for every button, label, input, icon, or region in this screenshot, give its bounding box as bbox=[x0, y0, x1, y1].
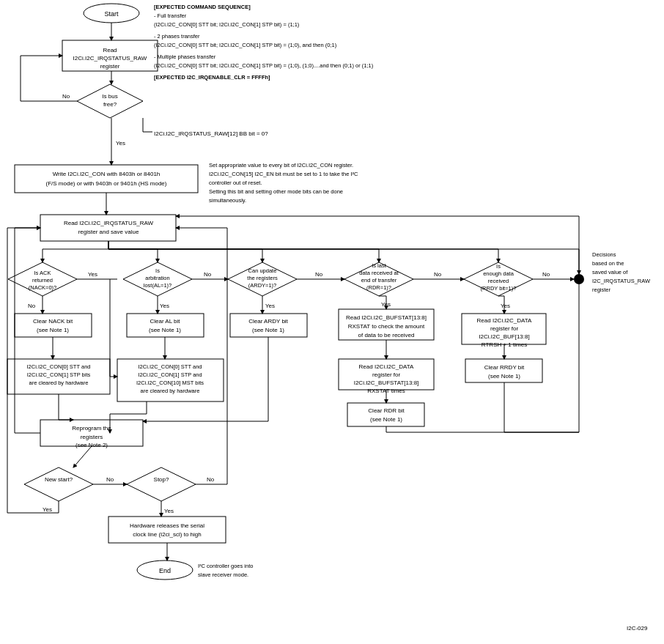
svg-text:Clear NACK bit: Clear NACK bit bbox=[33, 318, 73, 325]
svg-rect-38 bbox=[15, 314, 92, 337]
svg-text:Clear RRDY bit: Clear RRDY bit bbox=[484, 364, 525, 371]
svg-text:I2C-029: I2C-029 bbox=[627, 625, 648, 632]
svg-text:I2Ci.I2C_IRQSTATUS_RAW[12] BB : I2Ci.I2C_IRQSTATUS_RAW[12] BB bit = 0? bbox=[154, 130, 268, 137]
svg-text:(see Note 1): (see Note 1) bbox=[252, 327, 284, 333]
svg-text:Stop?: Stop? bbox=[154, 476, 169, 483]
svg-text:I2Ci.I2C_CON[0] STT and: I2Ci.I2C_CON[0] STT and bbox=[139, 363, 202, 370]
svg-text:register for: register for bbox=[490, 325, 519, 332]
svg-text:clock line (I2ci_scl) to high: clock line (I2ci_scl) to high bbox=[133, 531, 201, 538]
svg-text:Can update: Can update bbox=[248, 267, 277, 274]
svg-text:Reprogram the: Reprogram the bbox=[72, 425, 111, 432]
svg-text:RXSTAT to check the amount: RXSTAT to check the amount bbox=[348, 323, 425, 330]
svg-text:(ARDY=1)?: (ARDY=1)? bbox=[248, 282, 277, 289]
svg-text:arbitration: arbitration bbox=[145, 275, 169, 281]
svg-text:enough data: enough data bbox=[483, 270, 514, 277]
svg-text:I2Ci.I2C_BUFSTAT[13:8]: I2Ci.I2C_BUFSTAT[13:8] bbox=[354, 380, 419, 386]
svg-text:Decisions: Decisions bbox=[592, 251, 616, 258]
svg-text:(see Note 1): (see Note 1) bbox=[149, 327, 181, 333]
svg-text:[EXPECTED COMMAND SEQUENCE]: [EXPECTED COMMAND SEQUENCE] bbox=[154, 4, 251, 10]
svg-text:(I2Ci.I2C_CON[0] STT bit; I2Ci: (I2Ci.I2C_CON[0] STT bit; I2Ci.I2C_CON[1… bbox=[154, 62, 374, 69]
svg-text:Read I2Ci.I2C_DATA: Read I2Ci.I2C_DATA bbox=[359, 363, 415, 370]
svg-text:Read I2Ci.I2C_IRQSTATUS_RAW: Read I2Ci.I2C_IRQSTATUS_RAW bbox=[64, 220, 154, 226]
svg-text:Is ACK: Is ACK bbox=[34, 270, 51, 276]
svg-text:New start?: New start? bbox=[45, 476, 73, 483]
svg-text:Yes: Yes bbox=[43, 506, 52, 513]
svg-text:register: register bbox=[592, 286, 611, 293]
svg-text:Clear ARDY bit: Clear ARDY bit bbox=[248, 318, 288, 325]
svg-line-159 bbox=[73, 446, 92, 467]
svg-text:No: No bbox=[207, 476, 215, 483]
svg-text:Start: Start bbox=[104, 10, 119, 18]
svg-text:Hardware releases the serial: Hardware releases the serial bbox=[130, 522, 204, 529]
svg-text:(I2Ci.I2C_CON[0] STT bit; I2Ci: (I2Ci.I2C_CON[0] STT bit; I2Ci.I2C_CON[1… bbox=[154, 21, 300, 28]
svg-text:lost(AL=1)?: lost(AL=1)? bbox=[144, 282, 172, 289]
svg-text:I2Ci.I2C_CON[15] I2C_EN bit mu: I2Ci.I2C_CON[15] I2C_EN bit must be set … bbox=[209, 171, 358, 177]
svg-text:Yes: Yes bbox=[265, 303, 275, 309]
svg-rect-77 bbox=[347, 403, 424, 426]
svg-text:the registers: the registers bbox=[247, 275, 278, 281]
svg-text:I2Ci.I2C_IRQSTATUS_RAW: I2Ci.I2C_IRQSTATUS_RAW bbox=[73, 55, 147, 62]
diagram-container: Start Read I2Ci.I2C_IRQSTATUS_RAW regist… bbox=[0, 0, 664, 644]
svg-text:Clear RDR bit: Clear RDR bit bbox=[368, 407, 405, 414]
svg-text:No: No bbox=[204, 271, 212, 278]
svg-text:controller out of reset.: controller out of reset. bbox=[209, 179, 262, 186]
svg-text:slave receiver mode.: slave receiver mode. bbox=[198, 571, 248, 578]
svg-text:free?: free? bbox=[103, 101, 117, 108]
svg-text:register: register bbox=[100, 63, 120, 70]
svg-text:Write I2Ci.I2C_CON with 8403h : Write I2Ci.I2C_CON with 8403h or 8401h bbox=[53, 171, 161, 177]
svg-text:No: No bbox=[106, 476, 114, 483]
svg-text:Is: Is bbox=[155, 267, 160, 274]
svg-text:Is last: Is last bbox=[372, 262, 387, 269]
svg-rect-9 bbox=[15, 165, 198, 193]
svg-text:- 2 phases transfer: - 2 phases transfer bbox=[154, 33, 200, 40]
svg-text:I²C controller goes into: I²C controller goes into bbox=[198, 563, 253, 569]
svg-text:Yes: Yes bbox=[116, 140, 125, 147]
svg-text:- Multiple phases transfer: - Multiple phases transfer bbox=[154, 53, 216, 60]
flowchart-svg: Start Read I2Ci.I2C_IRQSTATUS_RAW regist… bbox=[0, 0, 664, 644]
svg-text:(see Note 1): (see Note 1) bbox=[37, 327, 69, 333]
svg-text:I2Ci.I2C_CON[1] STP and: I2Ci.I2C_CON[1] STP and bbox=[138, 371, 202, 378]
svg-text:Is bus: Is bus bbox=[102, 93, 117, 100]
svg-text:simultaneously.: simultaneously. bbox=[209, 197, 246, 204]
svg-text:No: No bbox=[315, 271, 323, 278]
svg-text:I2Ci.I2C_CON[1] STP bits: I2Ci.I2C_CON[1] STP bits bbox=[27, 371, 91, 378]
svg-text:No: No bbox=[62, 93, 70, 100]
svg-text:register and save value: register and save value bbox=[78, 229, 139, 235]
svg-text:saved value of: saved value of bbox=[592, 269, 628, 275]
svg-text:Set appropriate value to every: Set appropriate value to every bit of I2… bbox=[209, 162, 353, 169]
svg-text:based on the: based on the bbox=[592, 260, 624, 267]
svg-text:(RRDY bit=1)?: (RRDY bit=1)? bbox=[481, 285, 517, 292]
svg-text:(F/S mode) or with 9403h or 94: (F/S mode) or with 9403h or 9401h (HS mo… bbox=[46, 180, 167, 187]
svg-text:Yes: Yes bbox=[501, 303, 510, 309]
svg-text:(I2Ci.I2C_CON[0] STT bit; I2Ci: (I2Ci.I2C_CON[0] STT bit; I2Ci.I2C_CON[1… bbox=[154, 42, 337, 48]
svg-text:Read I2Ci.I2C_DATA: Read I2Ci.I2C_DATA bbox=[477, 317, 533, 324]
svg-rect-44 bbox=[230, 314, 307, 337]
svg-text:Yes: Yes bbox=[160, 303, 169, 309]
svg-text:returned: returned bbox=[32, 277, 53, 284]
svg-marker-80 bbox=[24, 467, 93, 501]
svg-text:[EXPECTED I2C_IRQENABLE_CLR = : [EXPECTED I2C_IRQENABLE_CLR = FFFFh] bbox=[154, 74, 270, 81]
svg-text:I2C_IRQSTATUS_RAW: I2C_IRQSTATUS_RAW bbox=[592, 278, 651, 284]
svg-text:(see Note 2): (see Note 2) bbox=[75, 442, 108, 448]
svg-text:(see Note 1): (see Note 1) bbox=[370, 416, 402, 423]
svg-text:data received at: data received at bbox=[359, 270, 399, 276]
svg-text:are cleared by hardware: are cleared by hardware bbox=[29, 380, 89, 386]
svg-text:end of transfer: end of transfer bbox=[361, 277, 397, 284]
svg-text:Setting this bit and setting o: Setting this bit and setting other mode … bbox=[209, 188, 343, 195]
svg-text:No: No bbox=[434, 271, 442, 278]
svg-text:of data to be received: of data to be received bbox=[358, 332, 415, 338]
svg-text:Yes: Yes bbox=[164, 508, 174, 514]
svg-text:(see Note 1): (see Note 1) bbox=[488, 373, 520, 380]
svg-text:are cleared by hardware: are cleared by hardware bbox=[141, 388, 200, 394]
svg-rect-12 bbox=[40, 215, 176, 241]
svg-text:register for: register for bbox=[372, 371, 401, 378]
svg-text:registers: registers bbox=[81, 434, 103, 440]
svg-text:- Full transfer: - Full transfer bbox=[154, 12, 187, 19]
svg-text:I2Ci.I2C_CON[10] MST bits: I2Ci.I2C_CON[10] MST bits bbox=[136, 380, 204, 386]
svg-text:I2Ci.I2C_BUF[13:8]: I2Ci.I2C_BUF[13:8] bbox=[479, 333, 529, 340]
svg-text:(RDR=1)?: (RDR=1)? bbox=[366, 284, 391, 291]
svg-text:received: received bbox=[488, 278, 509, 284]
svg-rect-41 bbox=[127, 314, 204, 337]
svg-text:No: No bbox=[28, 303, 36, 309]
svg-text:Read I2Ci.I2C_BUFSTAT[13:8]: Read I2Ci.I2C_BUFSTAT[13:8] bbox=[346, 314, 427, 321]
